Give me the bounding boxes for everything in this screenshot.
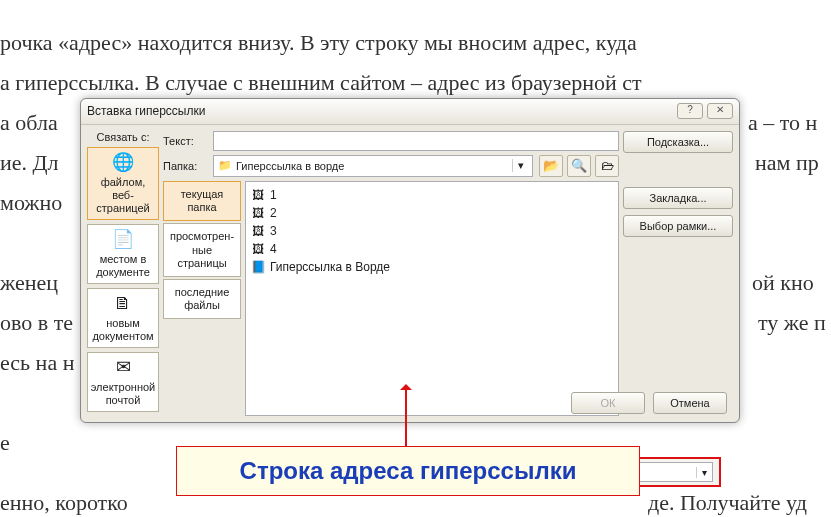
globe-icon: 🌐 [90,152,156,174]
text-label: Текст: [163,135,207,147]
target-frame-button[interactable]: Выбор рамки... [623,215,733,237]
image-icon: 🖼 [250,205,266,221]
bg-text: ово в те [0,308,73,339]
help-button[interactable]: ? [677,103,703,119]
browse-subnav: текущая папка просмотрен- ные страницы п… [163,181,241,416]
folder-combo[interactable]: 📁 Гиперссылка в ворде ▾ [213,155,533,177]
bg-text: рочка «адрес» находится внизу. В эту стр… [0,28,637,59]
image-icon: 🖼 [250,241,266,257]
bookmark-icon: 📄 [90,229,156,251]
list-item[interactable]: 🖼4 [250,240,614,258]
ok-button: ОК [571,392,645,414]
chevron-down-icon[interactable]: ▾ [696,467,712,478]
word-doc-icon: 📘 [250,259,266,275]
bg-text: можно [0,188,62,219]
subnav-viewed-pages[interactable]: просмотрен- ные страницы [163,223,241,277]
file-list[interactable]: 🖼1 🖼2 🖼3 🖼4 📘Гиперссылка в Ворде [245,181,619,416]
folder-up-icon: 📂 [543,158,559,173]
browse-web-button[interactable]: 🔍 [567,155,591,177]
list-item[interactable]: 🖼3 [250,222,614,240]
mail-icon: ✉ [90,357,156,379]
subnav-current-folder[interactable]: текущая папка [163,181,241,221]
list-item[interactable]: 📘Гиперссылка в Ворде [250,258,614,276]
up-folder-button[interactable]: 📂 [539,155,563,177]
bg-text: женец [0,268,58,299]
chevron-down-icon[interactable]: ▾ [512,159,528,172]
search-icon: 🔍 [571,158,587,173]
subnav-recent-files[interactable]: последние файлы [163,279,241,319]
image-icon: 🖼 [250,223,266,239]
link-target-new-doc[interactable]: 🗎 новым документом [87,288,159,348]
link-target-email[interactable]: ✉ электронной почтой [87,352,159,412]
list-item[interactable]: 🖼1 [250,186,614,204]
file-name: Гиперссылка в Ворде [270,260,390,274]
center-panel: Текст: Папка: 📁 Гиперссылка в ворде ▾ 📂 … [163,131,619,416]
link-target-place[interactable]: 📄 местом в документе [87,224,159,284]
link-target-label: файлом, веб-страницей [96,176,149,214]
file-name: 1 [270,188,277,202]
browse-file-button[interactable]: 🗁 [595,155,619,177]
folder-label: Папка: [163,160,207,172]
link-to-label: Связать с: [87,131,159,143]
link-to-column: Связать с: 🌐 файлом, веб-страницей 📄 мес… [87,131,159,416]
insert-hyperlink-dialog: Вставка гиперссылки ? ✕ Связать с: 🌐 фай… [80,98,740,423]
link-target-file-web[interactable]: 🌐 файлом, веб-страницей [87,147,159,220]
list-item[interactable]: 🖼2 [250,204,614,222]
dialog-footer: ОК Отмена [571,392,727,414]
bg-text: а – то н [748,108,817,139]
bg-text: е [0,428,10,459]
tooltip-button[interactable]: Подсказка... [623,131,733,153]
image-icon: 🖼 [250,187,266,203]
titlebar[interactable]: Вставка гиперссылки ? ✕ [81,99,739,125]
annotation-arrow [405,390,407,446]
folder-value: Гиперссылка в ворде [236,160,344,172]
new-doc-icon: 🗎 [90,293,156,315]
link-target-label: электронной почтой [91,381,156,406]
open-folder-icon: 🗁 [601,158,614,173]
link-target-label: местом в документе [96,253,150,278]
file-name: 3 [270,224,277,238]
link-target-label: новым документом [92,317,153,342]
file-name: 4 [270,242,277,256]
annotation-callout: Строка адреса гиперссылки [176,446,640,496]
bookmark-button[interactable]: Закладка... [623,187,733,209]
dialog-title: Вставка гиперссылки [87,104,673,118]
cancel-button[interactable]: Отмена [653,392,727,414]
bg-text: ие. Дл [0,148,59,179]
bg-text: де. Получайте уд [648,488,807,517]
close-button[interactable]: ✕ [707,103,733,119]
file-name: 2 [270,206,277,220]
folder-icon: 📁 [218,159,232,172]
text-input[interactable] [213,131,619,151]
bg-text: ой кно [752,268,814,299]
right-button-column: Подсказка... Закладка... Выбор рамки... [623,131,733,416]
bg-text: нам пр [755,148,819,179]
bg-text: а гиперссылка. В случае с внешним сайтом… [0,68,642,99]
bg-text: енно, коротко [0,488,128,517]
bg-text: ту же п [758,308,826,339]
bg-text: есь на н [0,348,74,379]
bg-text: а обла [0,108,58,139]
